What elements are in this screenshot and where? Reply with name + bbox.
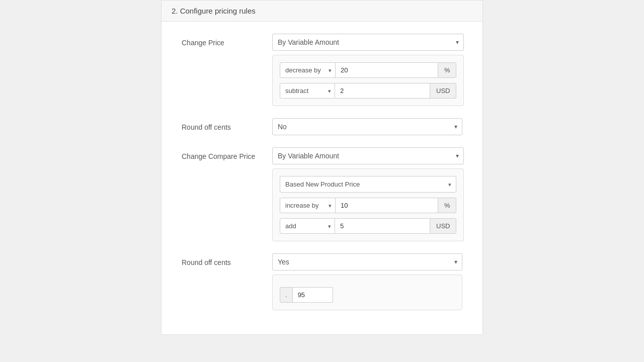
- percent-input[interactable]: [336, 62, 438, 78]
- math-select-wrapper[interactable]: subtract add: [280, 83, 335, 99]
- dot-badge: .: [280, 287, 293, 303]
- round-off-label-1: Round off cents: [182, 118, 272, 131]
- change-price-label: Change Price: [182, 34, 272, 47]
- decrease-row: decrease by increase by %: [280, 62, 456, 78]
- round-off-2-select-wrapper[interactable]: Yes No: [272, 253, 462, 270]
- round-off-1-select-wrapper[interactable]: No Yes: [272, 118, 462, 135]
- compare-percent-input[interactable]: [336, 198, 438, 213]
- compare-percent-unit-badge: %: [438, 198, 457, 213]
- change-compare-controls: By Variable Amount By Fixed Amount To Fi…: [272, 147, 464, 241]
- change-price-type-select[interactable]: By Variable Amount By Fixed Amount To Fi…: [272, 34, 464, 51]
- math-select[interactable]: subtract add: [280, 83, 335, 99]
- change-price-controls: By Variable Amount By Fixed Amount To Fi…: [272, 34, 464, 106]
- change-compare-row: Change Compare Price By Variable Amount …: [182, 147, 462, 241]
- flat-input[interactable]: [335, 83, 430, 99]
- round-off-2-select[interactable]: Yes No: [272, 253, 462, 270]
- percent-unit-badge: %: [438, 62, 457, 78]
- change-price-sub-box: decrease by increase by % subtr: [272, 55, 464, 106]
- change-price-row: Change Price By Variable Amount By Fixed…: [182, 34, 462, 106]
- cents-input[interactable]: [293, 287, 333, 303]
- round-off-row-2: Round off cents Yes No .: [182, 253, 462, 310]
- change-compare-label: Change Compare Price: [182, 147, 272, 160]
- section-title: 2. Configure pricing rules: [162, 1, 482, 22]
- round-off-1-select[interactable]: No Yes: [272, 118, 462, 135]
- flat-unit-badge: USD: [430, 83, 456, 99]
- based-select[interactable]: Based New Product Price Based Original P…: [280, 176, 456, 193]
- compare-math-select-wrapper[interactable]: add subtract: [280, 218, 335, 234]
- compare-type-select[interactable]: By Variable Amount By Fixed Amount To Fi…: [272, 147, 464, 164]
- add-row: add subtract USD: [280, 218, 456, 234]
- compare-type-select-wrapper[interactable]: By Variable Amount By Fixed Amount To Fi…: [272, 147, 464, 164]
- direction-select[interactable]: decrease by increase by: [280, 62, 336, 78]
- round-off-controls-1: No Yes: [272, 118, 462, 135]
- based-select-wrapper[interactable]: Based New Product Price Based Original P…: [280, 176, 456, 193]
- compare-flat-unit-badge: USD: [430, 218, 456, 234]
- compare-flat-input[interactable]: [335, 218, 430, 234]
- subtract-row: subtract add USD: [280, 83, 456, 99]
- compare-direction-select[interactable]: increase by decrease by: [280, 198, 336, 213]
- compare-direction-select-wrapper[interactable]: increase by decrease by: [280, 198, 336, 213]
- compare-math-select[interactable]: add subtract: [280, 218, 335, 234]
- compare-sub-box: Based New Product Price Based Original P…: [272, 168, 464, 241]
- round-off-label-2: Round off cents: [182, 253, 272, 266]
- change-price-type-wrapper[interactable]: By Variable Amount By Fixed Amount To Fi…: [272, 34, 464, 51]
- round-off-controls-2: Yes No .: [272, 253, 462, 310]
- cents-row: .: [280, 287, 455, 303]
- increase-row: increase by decrease by %: [280, 198, 456, 213]
- round-off-row-1: Round off cents No Yes: [182, 118, 462, 135]
- direction-select-wrapper[interactable]: decrease by increase by: [280, 62, 336, 78]
- cents-sub-box: .: [272, 275, 462, 310]
